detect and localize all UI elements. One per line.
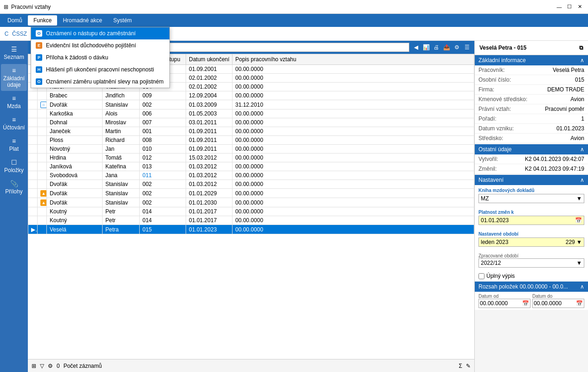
datum-do-input[interactable]: 00.00.0000 📅 [532,299,584,308]
sidebar-item-uctovani[interactable]: ≡ Účtování [1,113,27,134]
field-vytvoril: Vytvořil: K2 04.01.2023 09:42:07 [475,154,588,164]
row-badge [38,154,47,162]
cell-col5: 00.00.0000 [233,216,474,225]
polozky-icon: ☐ [11,159,17,166]
cell-col3: 007 [140,118,186,127]
row-badge [38,136,47,145]
table-row[interactable]: JaníkováKateřina01301.03.201200.00.00001… [28,162,474,171]
table-row[interactable]: KoutnýPetr01401.01.201700.00.00001 - Doh… [28,207,474,216]
cell-col2: Jana [103,171,140,180]
zakladni-collapse-icon[interactable]: ∧ [580,57,584,64]
cell-col1: Koutný [47,216,103,225]
table-row[interactable]: SvobodováJana01101.03.201200.00.00001 - … [28,171,474,180]
dropdown-item-4[interactable]: OOznámení záměru uplatnění slevy na poji… [31,76,169,88]
nastaveni-collapse-icon[interactable]: ∧ [580,177,584,183]
status-label: Počet záznamů [64,363,102,369]
statusbar: ⊞ ▽ ⚙ 0 Počet záznamů Σ ✎ [28,359,474,372]
sidebar-label-prilohy: Přílohy [5,188,22,195]
minimize-button[interactable]: — [555,2,564,12]
table-row[interactable]: DvořákStanislav00201.03.201200.00.00003 … [28,180,474,189]
menu-tab-hromadne[interactable]: Hromadné akce [57,15,108,26]
zpracovane-select[interactable]: 2022/12 ▼ [478,258,584,268]
table-row[interactable]: NovotnýJan01001.09.201100.00.00001 - Pra… [28,145,474,154]
dropdown-item-1[interactable]: EEvidenční list důchodového pojištění [31,39,169,51]
status-edit-icon[interactable]: ✎ [466,363,471,369]
dropdown-item-0[interactable]: OOznámení o nástupu do zaměstnání [31,27,169,39]
ostatni-header: Ostatní údaje ∧ [475,144,588,154]
toolbar-cssz[interactable]: C ČSSZ [3,30,27,38]
field-kmenove: Kmenové středisko: Avion [475,95,588,104]
chart-icon[interactable]: 📊 [421,43,431,52]
zakladni-icon: ≡ [12,67,16,74]
dropdown-item-2[interactable]: PPříloha k žádosti o dávku [31,51,169,64]
maximize-button[interactable]: ☐ [565,2,574,12]
rozsah-collapse-icon[interactable]: ∧ [580,283,584,290]
nastaveni-zpracovane: Zpracované období 2022/12 ▼ [475,250,588,270]
obdobi-input[interactable]: leden 2023 229 ▼ [478,237,584,247]
menu-tab-funkce[interactable]: Funkce [28,15,57,26]
app-title: Pracovní vztahy [11,4,51,10]
datum-od-input[interactable]: 00.00.0000 📅 [478,299,530,308]
status-sigma-icon[interactable]: Σ [459,363,462,369]
titlebar: ⊞ Pracovní vztahy — ☐ ✕ [0,0,588,14]
table-row[interactable]: JanečekMartin00101.09.201100.00.00002 - … [28,127,474,136]
sidebar-item-seznam[interactable]: ☰ Seznam [1,43,27,63]
table-row[interactable]: PlossRichard00801.09.201100.00.00001 - Č… [28,136,474,145]
row-badge: ▲ [38,189,47,198]
cell-col4: 01.03.2012 [186,180,233,189]
cell-col5: 00.00.0000 [233,154,474,162]
print-icon[interactable]: 🖨 [432,43,441,52]
dropdown-item-3[interactable]: HHlášení při ukončení pracovní neschopno… [31,64,169,76]
menu-tab-system[interactable]: Systém [108,15,137,26]
sidebar-item-plat[interactable]: ≡ Plat [1,135,27,155]
cell-col3: 002 [140,198,186,207]
external-link-icon[interactable]: ⧉ [579,45,583,51]
col-popis[interactable]: Popis pracovního vztahu [233,54,474,65]
sidebar-item-polozky[interactable]: ☐ Položky [1,156,27,176]
row-badge [38,145,47,154]
rozsah-section: Rozsah položek 00.00.0000 - 00.0... ∧ Da… [475,282,588,310]
cell-col4: 01.01.2030 [186,198,233,207]
uctovani-icon: ≡ [12,116,16,123]
sidebar-item-prilohy[interactable]: 📎 Přílohy [1,177,27,198]
uplny-vypis-checkbox[interactable] [478,273,485,279]
settings-icon[interactable]: ⚙ [452,43,461,52]
row-arrow [28,109,38,118]
table-row[interactable]: ▶○VeseláPetra01501.01.202300.00.00001 - … [28,225,474,234]
export-icon[interactable]: 📤 [442,43,451,52]
cell-col3: 006 [140,109,186,118]
row-arrow [28,118,38,127]
row-arrow [28,216,38,225]
nav-prev-icon[interactable]: ◀ [411,43,420,52]
sidebar-item-zakladni[interactable]: ≡ Základníúdaje [1,64,27,91]
table-row[interactable]: KoutnýPetr01401.01.201700.00.00002 - Doh… [28,216,474,225]
row-arrow [28,127,38,136]
table-row[interactable]: ▲DvořákStanislav00201.01.202900.00.00004… [28,189,474,198]
cell-col3: 008 [140,136,186,145]
menu-icon[interactable]: ☰ [462,43,472,52]
menu-tab-domu[interactable]: Domů [2,15,28,26]
table-row[interactable]: ○DvořákStanislav00201.03.200931.12.20102… [28,100,474,109]
col-ukonceni[interactable]: Datum ukončení [186,54,233,65]
cell-col4: 01.01.2017 [186,207,233,216]
cell-col1: Veselá [47,225,103,234]
table-row[interactable]: KarkoškaAlois00601.05.200300.00.00001 - … [28,109,474,118]
table-row[interactable]: ▲DvořákStanislav00201.01.203000.00.00005… [28,198,474,207]
sidebar-item-mzda[interactable]: ≡ Mzda [1,92,27,112]
kniha-select[interactable]: MZ ▼ [478,194,584,203]
cell-col4: 02.01.2002 [186,83,233,91]
nastaveni-header: Nastavení ∧ [475,175,588,185]
ostatni-collapse-icon[interactable]: ∧ [580,146,584,153]
close-button[interactable]: ✕ [575,2,584,12]
prilohy-icon: 📎 [10,180,18,187]
dropdown-item-label: Oznámení o nástupu do zaměstnání [46,30,136,37]
table-row[interactable]: DohnalMiroslav00703.01.201100.00.00002 -… [28,118,474,127]
table-row[interactable]: BrabecJindřich00912.09.200400.00.00001 -… [28,91,474,100]
table-row[interactable]: HrdinaTomáš01215.03.201200.00.00001 - Pr… [28,154,474,162]
cell-col5: 00.00.0000 [233,145,474,154]
platnost-input[interactable]: 01.01.2023 📅 [478,216,584,225]
cell-col5: 00.00.0000 [233,74,474,83]
row-badge: ○ [38,225,47,234]
status-count: 0 [57,363,60,369]
cell-col5: 00.00.0000 [233,65,474,74]
